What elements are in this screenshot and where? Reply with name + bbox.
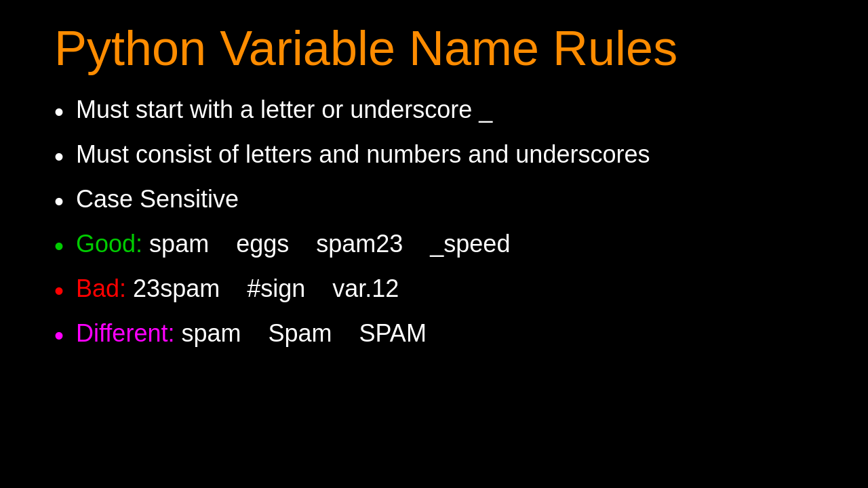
bullet-text-2: Must consist of letters and numbers and …	[76, 138, 650, 171]
different-example-2: Spam	[268, 317, 332, 350]
bullet-list: • Must start with a letter or underscore…	[54, 90, 814, 356]
bullet-text-good: Good: spam eggs spam23 _speed	[76, 227, 510, 261]
slide: Python Variable Name Rules • Must start …	[0, 0, 868, 488]
good-examples: spam eggs spam23 _speed	[149, 227, 510, 261]
bullet-dot-good: •	[54, 228, 64, 264]
bullet-text-different: Different: spam Spam SPAM	[76, 317, 427, 350]
bullet-text-3: Case Sensitive	[76, 182, 239, 216]
bullet-dot-2: •	[54, 139, 64, 174]
different-example-1: spam	[181, 317, 241, 350]
list-item: • Case Sensitive	[54, 180, 814, 222]
label-bad: Bad:	[76, 274, 126, 302]
bad-example-2: #sign	[247, 272, 305, 306]
good-example-1: spam	[149, 227, 209, 261]
bullet-dot-1: •	[54, 94, 64, 129]
different-examples: spam Spam SPAM	[181, 317, 426, 350]
bad-example-3: var.12	[332, 272, 399, 306]
label-different: Different:	[76, 319, 174, 347]
bullet-dot-3: •	[54, 184, 64, 219]
bad-example-1: 23spam	[133, 272, 220, 306]
bullet-text-1: Must start with a letter or underscore _	[76, 93, 492, 127]
list-item-different: • Different: spam Spam SPAM	[54, 314, 814, 356]
list-item-bad: • Bad: 23spam #sign var.12	[54, 269, 814, 311]
different-example-3: SPAM	[359, 317, 427, 350]
bullet-text-bad: Bad: 23spam #sign var.12	[76, 272, 399, 306]
good-example-4: _speed	[430, 227, 510, 261]
bad-examples: 23spam #sign var.12	[133, 272, 399, 306]
bullet-dot-different: •	[54, 318, 64, 353]
bullet-dot-bad: •	[54, 273, 64, 308]
list-item: • Must start with a letter or underscore…	[54, 90, 814, 132]
good-example-3: spam23	[316, 227, 403, 261]
list-item-good: • Good: spam eggs spam23 _speed	[54, 224, 814, 266]
slide-title: Python Variable Name Rules	[54, 20, 814, 77]
good-example-2: eggs	[236, 227, 289, 261]
label-good: Good:	[76, 230, 142, 258]
list-item: • Must consist of letters and numbers an…	[54, 135, 814, 177]
